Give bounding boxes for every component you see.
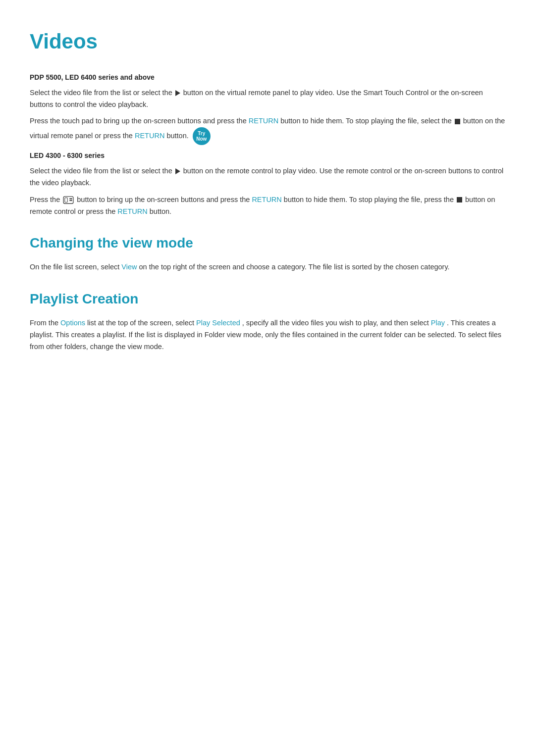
view-highlight: View: [121, 263, 137, 271]
svg-point-4: [70, 200, 71, 201]
play-arrow-icon-2: [175, 168, 180, 174]
options-highlight: Options: [60, 319, 85, 327]
pdp-paragraph-2: Press the touch pad to bring up the on-s…: [30, 115, 505, 145]
changing-view-paragraph: On the file list screen, select View on …: [30, 261, 505, 273]
section-playlist-creation: Playlist Creation From the Options list …: [30, 288, 505, 353]
pdp-paragraph-1: Select the video file from the list or s…: [30, 87, 505, 111]
svg-point-2: [70, 198, 71, 200]
remote-control-icon: [63, 196, 74, 204]
led-paragraph-1: Select the video file from the list or s…: [30, 165, 505, 189]
stop-icon-2: [457, 197, 462, 202]
return-highlight-2: RETURN: [135, 132, 164, 140]
play-selected-highlight: Play Selected: [196, 319, 240, 327]
page-title: Videos: [30, 25, 505, 58]
section-led-series: LED 4300 - 6300 series Select the video …: [30, 150, 505, 217]
svg-point-5: [71, 200, 72, 201]
return-highlight-3: RETURN: [252, 196, 281, 203]
try-now-badge[interactable]: TryNow: [193, 127, 211, 145]
svg-point-3: [71, 198, 72, 200]
led-paragraph-2: Press the button to bring up the on-scre…: [30, 194, 505, 218]
section-pdp-led: PDP 5500, LED 6400 series and above Sele…: [30, 72, 505, 145]
playlist-creation-heading: Playlist Creation: [30, 288, 505, 310]
return-highlight-1: RETURN: [249, 117, 278, 125]
pdp-led-heading: PDP 5500, LED 6400 series and above: [30, 72, 505, 83]
stop-icon-1: [455, 119, 460, 124]
section-changing-view: Changing the view mode On the file list …: [30, 232, 505, 273]
svg-rect-1: [65, 198, 67, 202]
changing-view-heading: Changing the view mode: [30, 232, 505, 254]
led-series-heading: LED 4300 - 6300 series: [30, 150, 505, 161]
return-highlight-4: RETURN: [117, 207, 147, 215]
play-arrow-icon: [175, 90, 180, 96]
play-highlight: Play: [431, 319, 445, 327]
playlist-creation-paragraph: From the Options list at the top of the …: [30, 317, 505, 353]
